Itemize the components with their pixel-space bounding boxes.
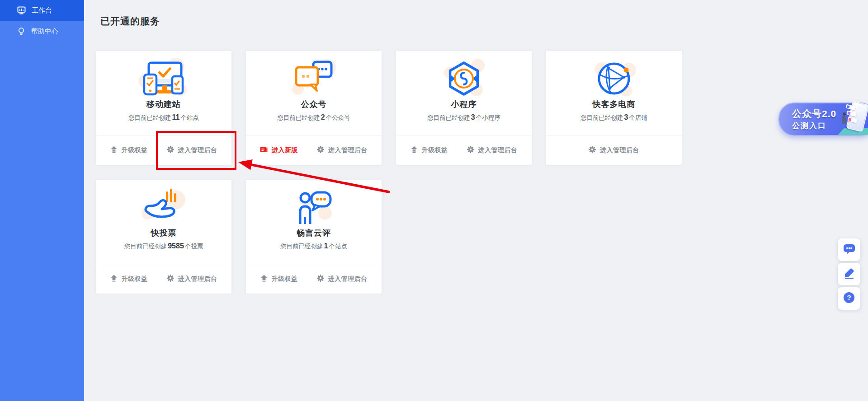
upgrade-icon [110, 275, 118, 283]
action-label: 进入管理后台 [328, 146, 368, 154]
action-label: 升级权益 [122, 275, 148, 283]
card-title: 移动建站 [96, 99, 231, 110]
upgrade-icon [410, 146, 418, 154]
action-label: 升级权益 [272, 275, 298, 283]
vote-hand-icon [96, 187, 231, 228]
sidebar-item-help-center[interactable]: 帮助中心 [0, 21, 84, 42]
card-subtitle: 您目前已经创建3个店铺 [546, 113, 682, 122]
subtitle-suffix: 个站点 [329, 243, 347, 250]
enter-admin-button[interactable]: 进入管理后台 [467, 146, 518, 154]
official-account-icon [246, 58, 382, 99]
created-count: 1 [323, 242, 329, 250]
card-subtitle: 您目前已经创建2个公众号 [246, 113, 382, 122]
subtitle-suffix: 个站点 [180, 114, 199, 121]
card-title: 快客多电商 [546, 99, 682, 110]
card-title: 快投票 [96, 228, 231, 238]
card-subtitle: 您目前已经创建11个站点 [96, 113, 231, 122]
action-label: 升级权益 [422, 146, 448, 154]
card-title: 小程序 [396, 99, 532, 110]
gear-icon [317, 146, 324, 154]
card-footer: 升级权益 进入管理后台 [246, 264, 382, 294]
promo-badge-line1: 公众号2.0 [792, 107, 836, 120]
created-count: 11 [171, 113, 181, 121]
card-footer: 升级权益 进入管理后台 [96, 264, 231, 294]
upgrade-icon [260, 275, 268, 283]
upgrade-icon [110, 146, 118, 154]
floating-button-stack: ? [838, 238, 860, 310]
action-label: 进入管理后台 [478, 146, 518, 154]
subtitle-prefix: 您目前已经创建 [124, 243, 167, 250]
gear-icon [467, 146, 474, 154]
sidebar: 工作台 帮助中心 [0, 0, 84, 401]
help-icon [17, 27, 25, 35]
card-footer: 升级权益 进入管理后台 [396, 135, 532, 165]
subtitle-prefix: 您目前已经创建 [280, 243, 323, 250]
sidebar-item-workbench[interactable]: 工作台 [0, 0, 84, 21]
mobile-site-icon [96, 58, 231, 99]
highlight-arrow [233, 156, 396, 199]
workbench-icon [17, 6, 26, 14]
gear-icon [589, 146, 596, 154]
page-title: 已开通的服务 [100, 15, 160, 28]
card-subtitle: 您目前已经创建3个小程序 [396, 113, 532, 122]
promo-illustration [831, 100, 868, 139]
promo-person-illustration [842, 112, 847, 124]
sidebar-item-label: 工作台 [32, 6, 52, 15]
mini-program-icon [396, 58, 532, 99]
workbench-page: { "colors": { "sidebar_blue": "#4a7ef3",… [0, 0, 868, 401]
help-question-button[interactable]: ? [838, 287, 860, 310]
card-title: 畅言云评 [246, 228, 382, 238]
enter-admin-button[interactable]: 进入管理后台 [317, 275, 368, 283]
card-footer: 进入管理后台 [546, 135, 682, 165]
svg-text:?: ? [847, 294, 851, 301]
feedback-chat-button[interactable] [838, 238, 860, 261]
card-subtitle: 您目前已经创建1个站点 [246, 242, 382, 251]
edit-pencil-icon [844, 268, 854, 281]
enter-new-version-button[interactable]: 进入新版 [260, 146, 298, 154]
enter-admin-button[interactable]: 进入管理后台 [317, 146, 368, 154]
service-card-mini-program: 小程序 您目前已经创建3个小程序 升级权益 进入管理后台 [396, 51, 532, 165]
subtitle-prefix: 您目前已经创建 [128, 114, 171, 121]
action-label: 进入管理后台 [600, 146, 639, 154]
created-count: 3 [623, 113, 629, 121]
ecommerce-globe-icon [546, 58, 682, 99]
card-title: 公众号 [246, 99, 382, 110]
subtitle-prefix: 您目前已经创建 [580, 114, 623, 121]
enter-admin-button[interactable]: 进入管理后台 [167, 275, 217, 283]
gear-icon [167, 275, 174, 283]
chat-bubble-icon [843, 243, 855, 256]
upgrade-rights-button[interactable]: 升级权益 [110, 146, 148, 154]
created-count: 3 [470, 113, 476, 121]
upgrade-rights-button[interactable]: 升级权益 [260, 275, 298, 283]
subtitle-prefix: 您目前已经创建 [427, 114, 470, 121]
service-card-official-account: 公众号 您目前已经创建2个公众号 进入新版 进入管理后台 [246, 51, 382, 165]
card-subtitle: 您目前已经创建9585个投票 [96, 242, 231, 251]
subtitle-prefix: 您目前已经创建 [277, 114, 320, 121]
subtitle-suffix: 个投票 [185, 243, 203, 250]
action-label: 进入管理后台 [328, 275, 368, 283]
action-label: 进入管理后台 [178, 275, 217, 283]
created-count: 2 [320, 113, 326, 121]
new-version-icon [260, 146, 268, 154]
service-card-ecommerce: 快客多电商 您目前已经创建3个店铺 进入管理后台 [546, 51, 682, 165]
created-count: 9585 [167, 242, 185, 250]
promo-badge-line2: 公测入口 [792, 121, 826, 131]
subtitle-suffix: 个小程序 [476, 114, 500, 121]
upgrade-rights-button[interactable]: 升级权益 [410, 146, 448, 154]
gear-icon [317, 275, 324, 283]
subtitle-suffix: 个公众号 [326, 114, 350, 121]
action-label: 升级权益 [122, 146, 148, 154]
edit-suggestion-button[interactable] [838, 263, 860, 285]
highlight-box [156, 131, 236, 170]
upgrade-rights-button[interactable]: 升级权益 [110, 275, 148, 283]
sidebar-item-label: 帮助中心 [31, 27, 58, 36]
subtitle-suffix: 个店铺 [629, 114, 647, 121]
service-card-quick-vote: 快投票 您目前已经创建9585个投票 升级权益 进入管理后台 [96, 180, 231, 294]
question-mark-icon: ? [843, 292, 855, 305]
action-label: 进入新版 [272, 146, 298, 154]
enter-admin-button[interactable]: 进入管理后台 [589, 146, 639, 154]
promo-badge-gongzhonghao-2-beta[interactable]: 公众号2.0 公测入口 [778, 103, 868, 136]
